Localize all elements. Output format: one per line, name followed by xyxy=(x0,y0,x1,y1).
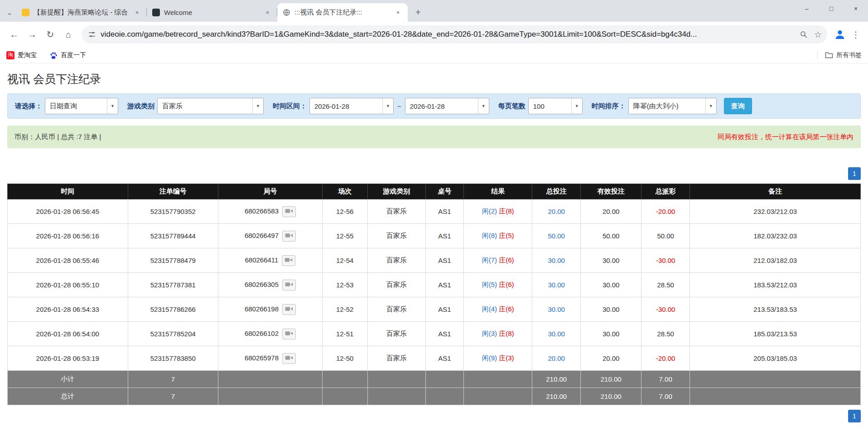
round-cell: 680266102 xyxy=(218,322,323,346)
table-row: 2026-01-28 06:53:19523157783850680265978… xyxy=(8,346,861,371)
reload-button[interactable]: ↻ xyxy=(42,26,59,43)
back-button[interactable]: ← xyxy=(5,26,23,43)
browser-navbar: ← → ↻ ⌂ videoie.com/game/betrecord_searc… xyxy=(0,22,868,47)
round-replay-button[interactable] xyxy=(282,206,296,217)
round-replay-button[interactable] xyxy=(282,231,296,242)
page-1-button[interactable]: 1 xyxy=(848,410,861,422)
total-bet-cell: 30.00 xyxy=(532,273,581,297)
total-bet-link[interactable]: 30.00 xyxy=(548,305,565,313)
close-button[interactable]: × xyxy=(844,0,868,17)
round-replay-button[interactable] xyxy=(282,353,296,364)
empty-cell xyxy=(218,371,323,388)
column-header: 局号 xyxy=(218,184,323,199)
empty-cell xyxy=(464,388,532,405)
payout-cell: -30.00 xyxy=(641,297,690,322)
all-bookmarks[interactable]: 所有书签 xyxy=(817,51,862,59)
chevron-down-icon[interactable]: ▼ xyxy=(252,98,263,114)
session-cell: 12-50 xyxy=(322,346,367,371)
empty-cell xyxy=(690,371,861,388)
total-bet-link[interactable]: 30.00 xyxy=(548,330,565,338)
total-bet-cell: 20.00 xyxy=(532,346,581,371)
forum-favicon-icon xyxy=(22,9,29,16)
table-no-cell: AS1 xyxy=(425,322,464,346)
site-info-icon[interactable] xyxy=(88,30,96,39)
game-type-value: 百家乐 xyxy=(158,102,252,111)
round-replay-button[interactable] xyxy=(282,255,295,266)
banker-result: 庄(6) xyxy=(499,256,514,264)
total-bet-link[interactable]: 30.00 xyxy=(548,281,565,289)
chevron-down-icon[interactable]: ▼ xyxy=(478,98,489,114)
bet-time-cell: 2026-01-28 06:54:00 xyxy=(8,322,128,346)
round-cell: 680266411 xyxy=(218,248,323,273)
round-replay-button[interactable] xyxy=(282,280,296,291)
page-size-value: 100 xyxy=(529,102,571,110)
note-cell: 183.53/212.03 xyxy=(690,273,861,297)
player-result: 闲(3) xyxy=(482,330,497,337)
select-label: 请选择： xyxy=(15,102,42,111)
note-cell: 205.03/185.03 xyxy=(690,346,861,371)
chevron-down-icon[interactable]: ▼ xyxy=(571,98,582,114)
pagination-bottom: 1 xyxy=(7,410,861,422)
browser-tab-betrecord[interactable]: :::视讯 会员下注纪录::: × xyxy=(277,3,408,22)
bookmark-aitaobao[interactable]: 淘 爱淘宝 xyxy=(6,51,37,59)
game-type-cell: 百家乐 xyxy=(367,224,425,248)
tab-close-icon[interactable]: × xyxy=(394,8,402,17)
payout-cell: -20.00 xyxy=(641,346,690,371)
table-header-row: 时间注单编号局号场次游戏类别桌号结果总投注有效投注总派彩备注 xyxy=(8,184,861,199)
note-cell: 212.03/182.03 xyxy=(690,248,861,273)
filter-bar: 请选择： 日期查询 ▼ 游戏类别 百家乐 ▼ 时间区间： 2026-01-28 … xyxy=(7,93,861,119)
menu-icon[interactable]: ⋮ xyxy=(849,29,863,40)
date-start-select[interactable]: 2026-01-28 ▼ xyxy=(309,98,394,114)
chevron-down-icon[interactable]: ▼ xyxy=(107,98,118,114)
page-size-label: 每页笔数 xyxy=(498,102,526,111)
banker-result: 庄(6) xyxy=(499,305,514,313)
bookmark-baidu[interactable]: 百度一下 xyxy=(49,51,86,59)
sum-payout-cell: 7.00 xyxy=(641,371,690,388)
bookmark-star-icon[interactable]: ☆ xyxy=(812,29,824,40)
date-end-select[interactable]: 2026-01-28 ▼ xyxy=(405,98,489,114)
page-size-select[interactable]: 100 ▼ xyxy=(528,98,583,114)
total-bet-link[interactable]: 30.00 xyxy=(548,257,565,264)
valid-bet-cell: 30.00 xyxy=(581,248,641,273)
tab-search-chevron-icon[interactable]: ⌄ xyxy=(3,4,16,22)
total-bet-cell: 20.00 xyxy=(532,199,581,224)
maximize-button[interactable]: □ xyxy=(819,0,844,17)
game-type-cell: 百家乐 xyxy=(367,297,425,322)
player-result: 闲(9) xyxy=(482,354,497,362)
bet-records-table: 时间注单编号局号场次游戏类别桌号结果总投注有效投注总派彩备注 2026-01-2… xyxy=(7,184,861,405)
bet-id-cell: 523157788479 xyxy=(128,248,218,273)
tab-close-icon[interactable]: × xyxy=(263,8,272,17)
total-bet-link[interactable]: 20.00 xyxy=(548,208,565,215)
home-button[interactable]: ⌂ xyxy=(60,26,77,43)
game-type-select[interactable]: 百家乐 ▼ xyxy=(157,98,264,114)
result-cell: 闲(9) 庄(3) xyxy=(464,346,532,371)
round-replay-button[interactable] xyxy=(282,304,296,315)
address-bar[interactable]: videoie.com/game/betrecord_search/kind3?… xyxy=(82,25,827,44)
game-type-cell: 百家乐 xyxy=(367,346,425,371)
profile-icon[interactable] xyxy=(832,26,848,43)
minimize-button[interactable]: – xyxy=(795,0,819,17)
round-replay-button[interactable] xyxy=(282,329,296,339)
browser-tab-forum[interactable]: 【新提醒】海燕策略论坛 - 综合 × xyxy=(16,3,147,22)
page-1-button[interactable]: 1 xyxy=(848,167,861,180)
browser-tab-welcome[interactable]: Welcome × xyxy=(147,3,277,22)
chevron-down-icon[interactable]: ▼ xyxy=(382,98,393,114)
column-header: 注单编号 xyxy=(128,184,218,199)
chevron-down-icon[interactable]: ▼ xyxy=(705,98,716,114)
zoom-icon[interactable] xyxy=(800,30,808,39)
forward-button[interactable]: → xyxy=(24,26,41,43)
total-bet-link[interactable]: 50.00 xyxy=(548,232,565,240)
new-tab-button[interactable]: + xyxy=(410,5,426,20)
query-type-select[interactable]: 日期查询 ▼ xyxy=(45,98,118,114)
query-button[interactable]: 查询 xyxy=(724,98,752,114)
session-cell: 12-56 xyxy=(322,199,367,224)
note-cell: 185.03/213.53 xyxy=(690,322,861,346)
subtotal-row: 小计7210.00210.007.00 xyxy=(8,371,861,388)
tab-close-icon[interactable]: × xyxy=(133,8,141,17)
total-bet-link[interactable]: 20.00 xyxy=(548,354,565,362)
total-row: 总计7210.00210.007.00 xyxy=(8,388,861,405)
sort-select[interactable]: 降幂(由大到小) ▼ xyxy=(628,98,717,114)
sort-value: 降幂(由大到小) xyxy=(629,102,705,111)
url-text[interactable]: videoie.com/game/betrecord_search/kind3?… xyxy=(101,30,795,39)
date-separator: ~ xyxy=(397,102,401,110)
